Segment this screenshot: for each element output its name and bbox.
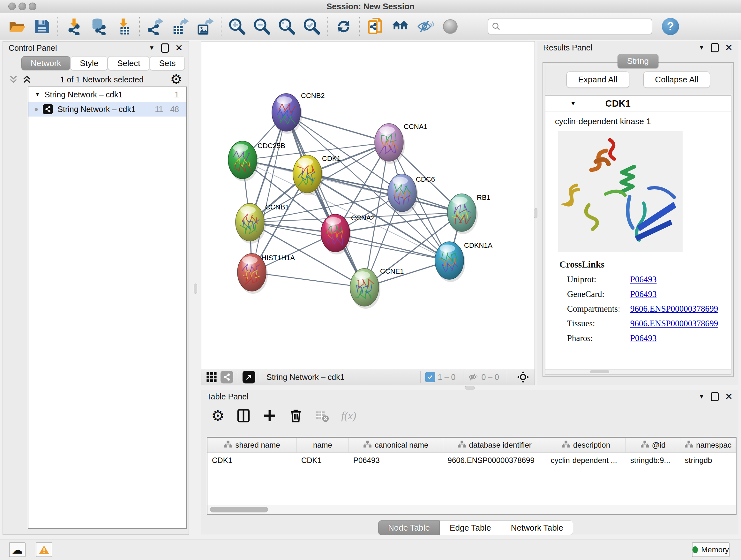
network-node[interactable]: CCNE1	[350, 267, 404, 309]
network-node[interactable]: CCNB2	[272, 91, 325, 134]
panel-close-icon[interactable]: ✕	[175, 44, 183, 53]
network-canvas[interactable]: CCNB2CCNA1CDC25BCDK1CDC6RB1CCNB1CCNA2HIS…	[201, 42, 535, 369]
column-header-database-identifier[interactable]: database identifier	[443, 438, 546, 452]
import-network-button[interactable]	[61, 16, 86, 37]
hide-glyphs-button[interactable]	[413, 16, 438, 37]
fit-selected-crosshair-icon[interactable]	[517, 371, 529, 383]
network-row[interactable]: ● String Network – cdk1 11 48	[28, 102, 186, 117]
zoom-in-button[interactable]	[225, 16, 250, 37]
panel-collapse-icon[interactable]: ▼	[698, 44, 704, 51]
share-document-button[interactable]	[363, 16, 388, 37]
document-share-icon	[367, 18, 384, 35]
network-edge	[286, 112, 364, 287]
network-node[interactable]: CDC25B	[228, 141, 285, 181]
column-header-namespac[interactable]: namespac	[680, 438, 736, 452]
toolbar-separator	[139, 17, 140, 36]
network-node[interactable]: CCNB1	[235, 203, 289, 244]
tab-style[interactable]: Style	[71, 56, 108, 70]
cloud-button[interactable]: ☁	[9, 543, 25, 557]
export-network-button[interactable]	[143, 16, 168, 37]
panel-collapse-icon[interactable]: ▼	[149, 44, 155, 51]
show-graphics-button[interactable]	[438, 16, 463, 37]
tree-expander-icon[interactable]: ▼	[35, 91, 40, 98]
column-header-canonical-name[interactable]: canonical name	[349, 438, 443, 452]
export-image-button[interactable]	[193, 16, 218, 37]
expand-all-button[interactable]: Expand All	[566, 71, 629, 88]
panel-close-icon[interactable]: ✕	[725, 43, 733, 52]
crosslink-link[interactable]: P06493	[630, 274, 657, 285]
results-scrollbar[interactable]	[545, 369, 731, 374]
network-node[interactable]: CDKN1A	[435, 241, 493, 282]
search-field[interactable]	[488, 18, 652, 35]
help-button[interactable]: ?	[662, 18, 679, 35]
grid-view-icon[interactable]	[206, 371, 217, 383]
gene-name: CDK1	[605, 98, 630, 109]
network-node[interactable]: CDC6	[388, 174, 435, 214]
column-header-description[interactable]: description	[546, 438, 626, 452]
scrollbar-thumb[interactable]	[210, 507, 268, 512]
hidden-counts: 0 – 0	[481, 373, 499, 382]
network-node[interactable]: CCNA1	[375, 123, 428, 164]
refresh-button[interactable]	[331, 16, 356, 37]
import-table-button[interactable]	[111, 16, 136, 37]
add-column-icon[interactable]	[263, 409, 277, 423]
save-session-button[interactable]	[29, 16, 54, 37]
section-expander-icon[interactable]: ▼	[570, 100, 576, 107]
tab-sets[interactable]: Sets	[150, 56, 185, 70]
collapse-all-chevron-icon[interactable]	[20, 74, 33, 84]
network-node[interactable]: RB1	[448, 193, 490, 234]
splitter-handle[interactable]	[194, 284, 197, 294]
crosslink-link[interactable]: 9606.ENSP00000378699	[630, 319, 718, 328]
hidden-eye-slash-icon[interactable]	[468, 373, 479, 381]
two-houses-icon	[392, 18, 409, 35]
splitter-handle[interactable]	[465, 386, 475, 389]
zoom-out-button[interactable]	[250, 16, 274, 37]
selected-checkbox-icon[interactable]	[425, 372, 435, 382]
panel-collapse-icon[interactable]: ▼	[698, 393, 704, 400]
import-database-button[interactable]	[86, 16, 111, 37]
homes-button[interactable]	[388, 16, 413, 37]
expand-all-chevron-icon[interactable]	[7, 74, 20, 84]
table-row[interactable]: CDK1CDK1P064939606.ENSP00000378699cyclin…	[207, 453, 736, 468]
gene-section-header[interactable]: ▼ CDK1	[545, 96, 731, 111]
table-options-gear-icon[interactable]: ⚙	[211, 408, 224, 423]
network-current-bullet-icon: ●	[34, 105, 38, 113]
tab-string[interactable]: String	[617, 54, 658, 68]
show-columns-icon[interactable]	[237, 409, 251, 423]
tab-node-table[interactable]: Node Table	[378, 520, 440, 535]
tab-network-table[interactable]: Network Table	[501, 520, 573, 535]
network-node[interactable]: CCNA2	[321, 214, 375, 254]
open-session-button[interactable]	[4, 16, 29, 37]
network-node[interactable]: HIST1H1A	[238, 253, 295, 294]
tab-edge-table[interactable]: Edge Table	[440, 520, 501, 535]
crosslink-link[interactable]: 9606.ENSP00000378699	[630, 304, 718, 314]
table-horizontal-scrollbar[interactable]	[207, 505, 736, 514]
tab-select[interactable]: Select	[108, 56, 149, 70]
column-header-name[interactable]: name	[297, 438, 349, 452]
panel-float-icon[interactable]	[161, 44, 169, 53]
delete-table-icon	[315, 409, 329, 423]
crosslink-link[interactable]: P06493	[630, 333, 657, 343]
network-options-gear-icon[interactable]: ⚙	[170, 73, 182, 86]
node-table: shared namenamecanonical namedatabase id…	[207, 437, 737, 515]
search-input[interactable]	[501, 20, 649, 33]
network-share-icon[interactable]	[220, 371, 233, 383]
panel-float-icon[interactable]	[711, 43, 719, 52]
panel-float-icon[interactable]	[711, 392, 719, 401]
column-header-shared-name[interactable]: shared name	[207, 438, 297, 452]
delete-column-trash-icon[interactable]	[289, 409, 303, 423]
warnings-button[interactable]	[36, 543, 52, 557]
birdseye-view-icon[interactable]	[243, 371, 255, 383]
toolbar-separator	[327, 17, 328, 36]
memory-button[interactable]: Memory	[692, 543, 730, 557]
export-table-button[interactable]	[168, 16, 193, 37]
panel-close-icon[interactable]: ✕	[725, 392, 733, 401]
tab-network[interactable]: Network	[21, 56, 70, 70]
zoom-fit-button[interactable]	[274, 16, 299, 37]
collapse-all-button[interactable]: Collapse All	[643, 71, 711, 88]
crosslink-link[interactable]: P06493	[630, 289, 657, 299]
network-collection-row[interactable]: ▼ String Network – cdk1 1	[28, 87, 186, 102]
splitter-handle[interactable]	[534, 208, 537, 219]
column-header--id[interactable]: @id	[626, 438, 680, 452]
zoom-selected-button[interactable]	[299, 16, 324, 37]
